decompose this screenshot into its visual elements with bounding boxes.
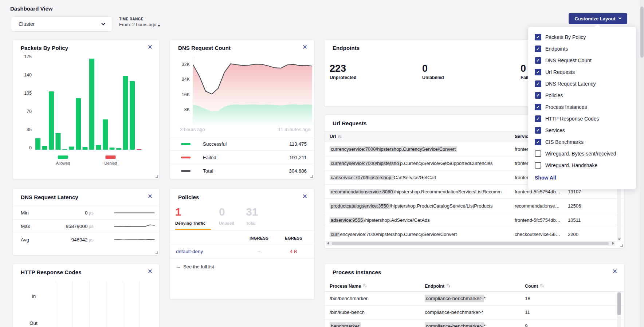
card-title: Process Instances [333, 269, 381, 275]
see-full-list-link[interactable]: →See the full list [176, 264, 214, 269]
close-icon[interactable]: ✕ [148, 268, 153, 275]
menu-item[interactable]: Packets By Policy [528, 31, 636, 43]
table-row[interactable]: /bin/benchmarker compliance-benchmarker-… [325, 292, 624, 306]
url-cell: cartservice:7070/hipstershop.CartService… [330, 175, 515, 180]
arrow-right-icon: → [176, 264, 181, 269]
packets-bars-svg [35, 57, 142, 150]
menu-item[interactable]: Policies [528, 90, 636, 101]
close-icon[interactable]: ✕ [148, 44, 153, 50]
column-header-count[interactable]: Count [525, 284, 624, 289]
checkbox[interactable] [535, 115, 541, 122]
policy-name-link[interactable]: default-deny [176, 249, 239, 254]
dns-legend: Successful 113,475 Failed 191,211 Total … [170, 137, 314, 177]
url-cell: currencyservice:7000/hipstershop.Currenc… [330, 232, 515, 237]
stat-value: 0 [219, 206, 234, 218]
table-row[interactable]: adservice:9555/hipstershop.AdService/Get… [325, 213, 624, 227]
horizontal-scrollbar[interactable] [326, 241, 615, 246]
close-icon[interactable]: ✕ [148, 193, 153, 200]
policy-stat-tab[interactable]: 31 Total [246, 206, 258, 225]
resize-handle[interactable] [156, 175, 158, 178]
menu-item[interactable]: DNS Request Latency [528, 78, 636, 90]
policy-stat-tab[interactable]: 0 Unused [219, 206, 234, 225]
menu-item[interactable]: HTTP Response Codes [528, 113, 636, 125]
stat-label: Unprotected [330, 75, 357, 80]
stat-label: Total [246, 221, 258, 225]
scrollbar-thumb[interactable] [617, 292, 621, 315]
checkbox[interactable] [535, 34, 541, 40]
checkbox[interactable] [535, 139, 541, 145]
legend-label: Failed [203, 155, 216, 160]
table-row[interactable]: productcatalogservice:3550/hipstershop.P… [325, 199, 624, 213]
menu-item-label: Wireguard. Bytes sent/received [545, 151, 616, 157]
resize-handle[interactable] [156, 251, 158, 254]
checkbox[interactable] [535, 127, 541, 134]
checkbox[interactable] [535, 150, 541, 157]
scroll-left-arrow-icon[interactable] [327, 242, 329, 245]
customize-layout-button[interactable]: Customize Layout [569, 13, 627, 24]
menu-item[interactable]: Wireguard. Bytes sent/received [528, 148, 636, 159]
url-highlighted-text: productcatalogservice:3550 [330, 203, 390, 209]
url-cell: productcatalogservice:3550/hipstershop.P… [330, 203, 515, 209]
time-range-value[interactable]: From: 2 hours ago [119, 22, 160, 27]
scroll-right-arrow-icon[interactable] [612, 242, 614, 245]
url-text: /hipstershop.ProductCatalogService/ListP… [390, 203, 493, 209]
table-row[interactable]: currencyservice:7000/hipstershop.Currenc… [325, 227, 624, 241]
checkbox[interactable] [535, 92, 541, 99]
legend-value: 191,211 [289, 155, 307, 160]
menu-item[interactable]: Process Instances [528, 101, 636, 113]
policy-stat-tab[interactable]: 1 Denying Traffic [175, 206, 205, 225]
menu-item[interactable]: CIS Benchmarks [528, 136, 636, 148]
page-scrollbar[interactable] [640, 0, 644, 327]
checkbox[interactable] [535, 46, 541, 52]
x-axis-label-right: 11 minutes ago [278, 127, 310, 132]
scrollbar-thumb[interactable] [640, 7, 644, 58]
menu-item[interactable]: Endpoints [528, 43, 636, 55]
checkbox[interactable] [535, 162, 541, 169]
packets-by-policy-card: Packets By Policy ✕ 03570105140175 Allow… [12, 39, 160, 179]
view-selector[interactable]: Cluster [11, 16, 112, 32]
table-row[interactable]: /bin/kube-bench compliance-benchmarker-*… [325, 306, 624, 319]
page-title: Dashboard View [10, 5, 52, 12]
column-header-endpoint[interactable]: Endpoint [425, 284, 525, 289]
sparkline-chart [114, 222, 155, 230]
view-selector-value: Cluster [19, 21, 35, 27]
menu-caret [595, 24, 601, 30]
category-label-in: In [32, 293, 36, 299]
scroll-down-arrow-icon[interactable] [618, 239, 621, 240]
vertical-scrollbar[interactable] [617, 292, 621, 327]
menu-item[interactable]: Wireguard. Handshake [528, 159, 636, 171]
time-range: TIME RANGE From: 2 hours ago [119, 17, 160, 27]
url-highlighted-text: currencyservice:7000/hipstersho [330, 161, 400, 166]
dns-area-svg [193, 57, 312, 125]
endpoint-cell: compliance-benchmarker-* [425, 296, 525, 301]
legend-label: Successful [203, 141, 227, 147]
menu-item[interactable]: Url Requests [528, 66, 636, 78]
legend-label: Total [203, 168, 213, 174]
url-cell: adservice:9555/hipstershop.AdService/Get… [330, 217, 515, 223]
customize-layout-menu: Packets By Policy Endpoints DNS Request … [528, 27, 636, 189]
resize-handle[interactable] [310, 175, 313, 178]
column-header-process-name[interactable]: Process Name [330, 284, 425, 289]
menu-item[interactable]: DNS Request Count [528, 55, 636, 66]
checkbox[interactable] [535, 57, 541, 64]
active-tab-underline [175, 229, 211, 230]
checkbox[interactable] [535, 80, 541, 87]
checkbox[interactable] [535, 69, 541, 75]
close-icon[interactable]: ✕ [302, 44, 307, 50]
highlighted-text: benchmarker [330, 322, 361, 327]
menu-item[interactable]: Services [528, 125, 636, 136]
close-icon[interactable]: ✕ [612, 268, 617, 275]
close-icon[interactable]: ✕ [302, 193, 307, 200]
card-title: Url Requests [333, 120, 367, 126]
show-all-link[interactable]: Show All [535, 175, 556, 181]
scrollbar-thumb[interactable] [332, 242, 609, 245]
latency-unit: µs [89, 210, 94, 216]
checkbox[interactable] [535, 104, 541, 110]
legend-swatch [58, 155, 68, 159]
count-cell: 13107 [568, 189, 624, 194]
stat-label: Unused [219, 221, 234, 225]
table-row[interactable]: benchmarker compliance-benchmarker-* 9 [325, 319, 624, 327]
latency-unit: µs [89, 224, 94, 229]
column-header-url[interactable]: Url [330, 134, 515, 139]
resize-handle[interactable] [620, 244, 623, 247]
